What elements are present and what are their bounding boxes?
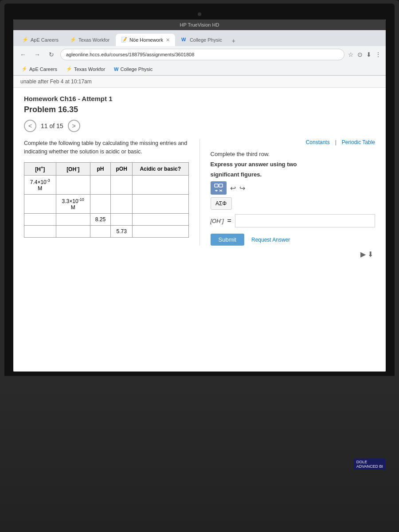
page-content: unable after Feb 4 at 10:17am Homework C… bbox=[13, 76, 386, 372]
svg-rect-0 bbox=[215, 184, 218, 187]
table-row: 3.3×10-10M bbox=[24, 194, 189, 213]
cell-OH-row1 bbox=[56, 175, 90, 194]
advanced-text: ADVANCED BI bbox=[356, 464, 383, 469]
texaswork-favicon: ⚡ bbox=[70, 37, 76, 43]
cell-pH-row4 bbox=[90, 225, 111, 237]
cell-pH-row3: 8.25 bbox=[90, 213, 111, 225]
tab-apecareers[interactable]: ⚡ ApE Careers bbox=[17, 34, 64, 46]
tab-homework[interactable]: 📝 Nöe Homework ✕ bbox=[116, 34, 175, 46]
answer-row: [OH-] = bbox=[211, 214, 376, 227]
texaswork-tab-label: Texas Workfor bbox=[78, 37, 110, 43]
status-bar-text: HP TrueVision HD bbox=[180, 22, 219, 27]
screen-area: HP TrueVision HD ⚡ ApE Careers ⚡ Texas W… bbox=[13, 20, 386, 372]
menu-icon[interactable]: ⋮ bbox=[375, 51, 381, 58]
cell-H-row3 bbox=[24, 213, 56, 225]
col-header-pOH: pOH bbox=[111, 162, 133, 175]
account-icon[interactable]: ⊙ bbox=[357, 51, 363, 58]
bookmark-texaswork[interactable]: ⚡ Texas Workfor bbox=[63, 65, 109, 73]
submit-row: Submit Request Answer bbox=[211, 234, 376, 246]
apecareers-favicon: ⚡ bbox=[22, 37, 28, 43]
download-icon[interactable]: ⬇ bbox=[366, 51, 372, 58]
right-column: Constants | Periodic Table Complete the … bbox=[200, 139, 376, 246]
undo-button[interactable]: ↩ bbox=[230, 184, 236, 192]
chemistry-table: [H+] [OH-] pH pOH Acidic or basic? 7.4×1… bbox=[24, 162, 189, 238]
cell-pH-row1 bbox=[90, 175, 111, 194]
reload-button[interactable]: ↻ bbox=[46, 49, 57, 60]
cell-acidic-row3 bbox=[133, 213, 188, 225]
page-notice-text: unable after Feb 4 at 10:17am bbox=[20, 78, 92, 85]
scroll-area: ▶ ⬇ bbox=[24, 250, 375, 258]
browser-icons: ☆ ⊙ ⬇ ⋮ bbox=[348, 51, 381, 58]
cell-H-row2 bbox=[24, 194, 56, 213]
cell-pOH-row3 bbox=[111, 213, 133, 225]
cell-OH-row4 bbox=[56, 225, 90, 237]
table-row: 8.25 bbox=[24, 213, 189, 225]
cell-pOH-row1 bbox=[111, 175, 133, 194]
scroll-right-icon[interactable]: ▶ ⬇ bbox=[360, 250, 373, 258]
main-content-area: Homework Ch16 - Attempt 1 Problem 16.35 … bbox=[13, 88, 386, 266]
symbol-toolbar: ΑΣΦ bbox=[211, 197, 376, 210]
greek-symbol-button[interactable]: ΑΣΦ bbox=[211, 197, 232, 210]
bookmark-star-icon[interactable]: ☆ bbox=[348, 51, 354, 58]
collegephysics-tab-label: College Physic bbox=[190, 37, 222, 43]
address-bar: ← → ↻ ☆ ⊙ ⬇ ⋮ bbox=[13, 46, 386, 63]
svg-rect-1 bbox=[219, 184, 223, 187]
url-input[interactable] bbox=[60, 49, 344, 60]
submit-button[interactable]: Submit bbox=[211, 234, 244, 246]
left-instructions: Complete the following table by calculat… bbox=[24, 139, 189, 156]
pagination: < 11 of 15 > bbox=[24, 120, 375, 132]
cell-pOH-row4: 5.73 bbox=[111, 225, 133, 237]
answer-label: [OH-] bbox=[211, 217, 224, 224]
constants-separator: | bbox=[335, 139, 336, 145]
homework-tab-close-icon[interactable]: ✕ bbox=[166, 37, 170, 43]
dole-text: DOLE bbox=[356, 460, 383, 464]
right-instruction-bold2: significant figures. bbox=[211, 171, 262, 178]
texaswork-bm-label: Texas Workfor bbox=[74, 66, 105, 72]
periodic-table-link[interactable]: Periodic Table bbox=[342, 139, 375, 145]
laptop-bottom: hp f5 f6⏮ f7▶▮ f8⏭ f9🔇 f10🔈 f11🔊 f12🔅 in… bbox=[0, 386, 399, 532]
bookmarks-bar: ⚡ ApE Careers ⚡ Texas Workfor W College … bbox=[13, 63, 386, 75]
cell-acidic-row1 bbox=[133, 175, 188, 194]
prev-problem-button[interactable]: < bbox=[24, 120, 36, 132]
homework-favicon: 📝 bbox=[121, 37, 127, 43]
answer-input-field[interactable] bbox=[235, 214, 375, 227]
math-toolbar: ↩ ↪ bbox=[211, 181, 376, 195]
cell-acidic-row2 bbox=[133, 194, 188, 213]
math-palette-button[interactable] bbox=[211, 181, 227, 195]
tab-texasworkfor[interactable]: ⚡ Texas Workfor bbox=[65, 34, 115, 46]
bookmark-collegephysics[interactable]: W College Physic bbox=[110, 66, 156, 73]
math-palette-icon bbox=[214, 184, 223, 193]
tab-collegephysics[interactable]: W College Physic bbox=[176, 34, 227, 46]
cell-pH-row2 bbox=[90, 194, 111, 213]
cell-OH-row3 bbox=[56, 213, 90, 225]
collegephysics-bm-label: College Physic bbox=[120, 66, 153, 72]
apecareers-bm-icon: ⚡ bbox=[21, 66, 27, 72]
right-instruction-bold: Express your answer using two bbox=[211, 161, 297, 168]
add-tab-button[interactable]: + bbox=[228, 35, 239, 46]
collegephysics-favicon: W bbox=[181, 37, 188, 43]
browser-chrome: ⚡ ApE Careers ⚡ Texas Workfor 📝 Nöe Home… bbox=[13, 30, 386, 76]
constants-link[interactable]: Constants bbox=[306, 139, 330, 145]
page-notice-bar: unable after Feb 4 at 10:17am bbox=[13, 76, 386, 88]
next-problem-button[interactable]: > bbox=[68, 120, 80, 132]
forward-button[interactable]: → bbox=[32, 49, 43, 60]
table-row: 5.73 bbox=[24, 225, 189, 237]
cell-H-row4 bbox=[24, 225, 56, 237]
undo-redo-group: ↩ ↪ bbox=[230, 184, 245, 192]
request-answer-link[interactable]: Request Answer bbox=[251, 237, 290, 243]
back-button[interactable]: ← bbox=[18, 49, 28, 60]
left-column: Complete the following table by calculat… bbox=[24, 139, 189, 246]
texaswork-bm-icon: ⚡ bbox=[66, 66, 72, 72]
table-row: 7.4×10-3M bbox=[24, 175, 189, 194]
two-col-layout: Complete the following table by calculat… bbox=[24, 139, 375, 246]
homework-tab-label: Nöe Homework bbox=[129, 37, 163, 43]
bookmark-apecareers[interactable]: ⚡ ApE Careers bbox=[18, 65, 61, 73]
cell-acidic-row4 bbox=[133, 225, 188, 237]
problem-title: Problem 16.35 bbox=[24, 105, 375, 114]
apecareers-tab-label: ApE Careers bbox=[31, 37, 59, 43]
redo-button[interactable]: ↪ bbox=[239, 184, 245, 192]
homework-title: Homework Ch16 - Attempt 1 bbox=[24, 95, 375, 102]
screen-bezel: HP TrueVision HD ⚡ ApE Careers ⚡ Texas W… bbox=[4, 4, 395, 376]
cell-pOH-row2 bbox=[111, 194, 133, 213]
collegephysics-bm-icon: W bbox=[114, 66, 118, 72]
